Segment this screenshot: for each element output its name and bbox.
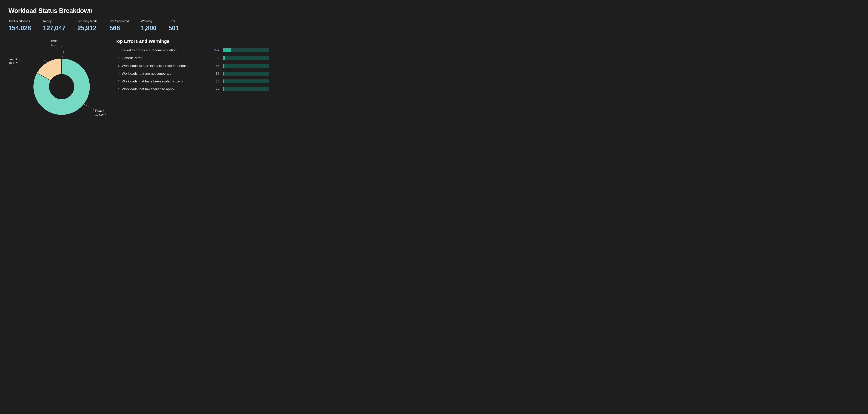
error-index: 3.	[115, 64, 120, 67]
error-index: 4	[115, 72, 120, 75]
error-index: 5.	[115, 80, 120, 83]
donut-slice-value: 501	[51, 43, 58, 47]
error-description: Workloads that have failed to apply	[122, 87, 208, 91]
error-bar	[223, 64, 269, 68]
error-bar	[223, 79, 269, 83]
stat-card: Not Supported568	[110, 20, 129, 32]
stat-value: 127,047	[43, 24, 65, 32]
stat-label: Not Supported	[110, 20, 129, 23]
error-count: 48	[210, 64, 221, 68]
errors-list: 1.Failed to produce a recommendation2972…	[115, 48, 269, 91]
donut-slice-label: Learning25,912	[8, 58, 20, 66]
error-description: Workloads that have been scaled to zero	[122, 79, 208, 83]
error-bar-fill	[223, 64, 224, 68]
error-row: 4Workloads that are not supported36	[115, 72, 269, 75]
dashboard-page: Workload Status Breakdown Total Workload…	[0, 0, 278, 132]
error-index: 6.	[115, 88, 120, 91]
error-row: 6.Workloads that have failed to apply27	[115, 87, 269, 91]
error-description: Workloads with an infeasible recommendat…	[122, 64, 208, 68]
donut-chart: Learning25,912Error501Ready127,047	[8, 37, 104, 122]
error-count: 297	[210, 48, 221, 52]
donut-slice-name: Learning	[8, 58, 20, 62]
error-row: 5.Workloads that have been scaled to zer…	[115, 79, 269, 83]
error-bar-fill	[223, 72, 224, 75]
stat-value: 154,028	[8, 24, 31, 32]
stat-label: Warning	[141, 20, 156, 23]
error-count: 63	[210, 56, 221, 60]
error-description: Workloads that are not supported	[122, 72, 208, 75]
donut-slice-value: 127,047	[95, 113, 106, 117]
error-description: Generic error	[122, 56, 208, 60]
stat-card: Warning1,800	[141, 20, 156, 32]
stat-card: Total Workloads154,028	[8, 20, 31, 32]
main-row: Learning25,912Error501Ready127,047 Top E…	[8, 37, 269, 122]
error-index: 2.	[115, 57, 120, 59]
error-bar-fill	[223, 87, 224, 91]
error-row: 2.Generic error63	[115, 56, 269, 60]
donut-slice-label: Ready127,047	[95, 109, 106, 117]
error-count: 30	[210, 79, 221, 83]
stat-value: 1,800	[141, 24, 156, 32]
donut-slice-name: Ready	[95, 109, 106, 113]
stat-value: 25,912	[78, 24, 97, 32]
errors-heading: Top Errors and Warnings	[115, 38, 269, 44]
stat-value: 501	[168, 24, 179, 32]
error-row: 1.Failed to produce a recommendation297	[115, 48, 269, 52]
error-count: 27	[210, 87, 221, 91]
errors-column: Top Errors and Warnings 1.Failed to prod…	[115, 37, 269, 122]
donut-slice-name: Error	[51, 39, 58, 43]
stats-row: Total Workloads154,028Ready127,047Learni…	[8, 20, 269, 32]
error-bar	[223, 72, 269, 75]
donut-slice-label: Error501	[51, 39, 58, 47]
stat-value: 568	[110, 24, 129, 32]
error-bar-fill	[223, 79, 224, 83]
error-bar-fill	[223, 48, 231, 52]
error-description: Failed to produce a recommendation	[122, 48, 208, 52]
error-row: 3.Workloads with an infeasible recommend…	[115, 64, 269, 68]
stat-card: Ready127,047	[43, 20, 65, 32]
error-bar	[223, 48, 269, 52]
error-count: 36	[210, 72, 221, 75]
error-bar	[223, 87, 269, 91]
page-title: Workload Status Breakdown	[8, 7, 269, 14]
error-bar-fill	[223, 56, 225, 60]
stat-label: Ready	[43, 20, 65, 23]
stat-label: Learning Mode	[78, 20, 97, 23]
donut-slice-value: 25,912	[8, 62, 20, 66]
stat-label: Total Workloads	[8, 20, 31, 23]
error-index: 1.	[115, 49, 120, 52]
error-bar	[223, 56, 269, 60]
stat-label: Error	[168, 20, 179, 23]
stat-card: Error501	[168, 20, 179, 32]
stat-card: Learning Mode25,912	[78, 20, 97, 32]
